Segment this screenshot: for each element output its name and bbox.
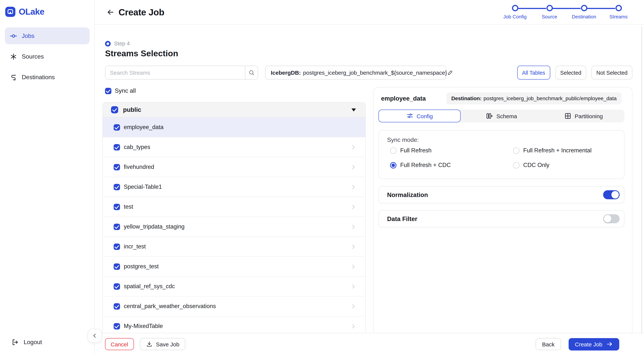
chevron-right-icon: [350, 144, 357, 150]
sync-mode-radio[interactable]: Full Refresh + Incremental: [513, 147, 616, 154]
stream-row[interactable]: My-MixedTable: [103, 316, 365, 333]
sources-icon: [10, 53, 17, 60]
save-job-button[interactable]: Save Job: [140, 338, 185, 350]
create-job-button[interactable]: Create Job: [568, 338, 619, 350]
back-arrow-button[interactable]: [106, 8, 115, 17]
filter-button[interactable]: All Tables: [517, 66, 550, 80]
stream-checkbox[interactable]: [114, 204, 120, 210]
group-name: public: [123, 106, 141, 113]
stream-checkbox[interactable]: [114, 303, 120, 309]
sidebar-item-destinations[interactable]: Destinations: [5, 69, 90, 86]
stream-row[interactable]: fivehundred: [103, 157, 365, 177]
sidebar-item-jobs[interactable]: Jobs: [5, 28, 90, 44]
olake-logo-icon: [5, 7, 16, 17]
radio-icon: [390, 147, 396, 154]
cancel-button[interactable]: Cancel: [105, 338, 134, 350]
sync-mode-label: Sync mode:: [387, 137, 419, 143]
logout-icon: [11, 338, 19, 346]
chevron-down-icon[interactable]: [352, 108, 356, 111]
radio-icon: [513, 162, 520, 168]
jobs-icon: [10, 32, 17, 40]
wizard-stepper: Job Config Source Destination Streams: [498, 5, 636, 20]
stream-row[interactable]: incr_test: [103, 237, 365, 257]
stream-row[interactable]: spatial_ref_sys_cdc: [103, 277, 365, 296]
sidebar-collapse-button[interactable]: [88, 329, 102, 343]
filter-button[interactable]: Selected: [555, 66, 586, 80]
chevron-right-icon: [350, 303, 357, 309]
stream-checkbox[interactable]: [114, 283, 120, 289]
stream-checkbox[interactable]: [114, 223, 120, 230]
stream-row[interactable]: central_park_weather_observations: [103, 296, 365, 316]
sync-mode-radio[interactable]: CDC Only: [513, 162, 616, 169]
step-circle-icon: [512, 5, 518, 11]
tab[interactable]: Config: [378, 110, 460, 122]
chevron-right-icon: [350, 243, 357, 250]
sidebar-item-sources[interactable]: Sources: [5, 48, 90, 65]
stream-checkbox[interactable]: [114, 164, 120, 170]
stepper-step[interactable]: Source: [532, 5, 567, 20]
footer-bar: Cancel Save Job Back Create Job: [94, 333, 644, 355]
back-button[interactable]: Back: [536, 338, 561, 350]
sync-mode-options: Full Refresh Full Refresh + Incremental …: [390, 147, 616, 169]
stream-checkbox[interactable]: [114, 124, 120, 130]
download-icon: [146, 341, 152, 347]
grid-icon: [564, 112, 572, 120]
toggle-card: Normalization: [378, 186, 624, 203]
chevron-right-icon: [350, 164, 357, 170]
schema-group-row[interactable]: public: [103, 103, 365, 118]
stream-row[interactable]: yellow_tripdata_staging: [103, 217, 365, 237]
stream-list: public employee_data cab_types: [102, 102, 366, 333]
search-button[interactable]: [245, 66, 258, 79]
detail-tabs: Config Schema: [378, 110, 624, 122]
brand-name: OLake: [19, 7, 44, 17]
stream-checkbox[interactable]: [114, 243, 120, 250]
stream-checkbox[interactable]: [114, 323, 120, 329]
destination-badge-prefix: Destination:: [451, 95, 482, 101]
group-checkbox[interactable]: [111, 106, 118, 113]
chip-prefix: IcebergDB:: [271, 70, 301, 76]
chevron-right-icon: [350, 204, 357, 210]
chevron-right-icon: [350, 283, 357, 289]
toggle-switch[interactable]: [603, 190, 620, 199]
sync-all-checkbox[interactable]: [105, 88, 112, 94]
step-circle-icon: [615, 5, 622, 11]
edit-destination-button[interactable]: [447, 70, 453, 76]
destination-badge-value: postgres_iceberg_job_benchmark_public/em…: [484, 95, 616, 101]
step-indicator: Step 4: [105, 41, 130, 47]
table-filter-group: All Tables Selected Not Selected: [517, 66, 632, 80]
chevron-left-icon: [92, 332, 98, 339]
search-group: [105, 66, 258, 80]
sync-mode-radio[interactable]: Full Refresh: [390, 147, 513, 154]
stream-detail-panel: employee_data Destination: postgres_iceb…: [373, 87, 632, 350]
search-input[interactable]: [106, 66, 245, 79]
sync-all: Sync all: [105, 88, 136, 94]
columns-plus-icon: [486, 112, 494, 120]
stepper-step[interactable]: Job Config: [498, 5, 532, 20]
chevron-right-icon: [350, 263, 357, 270]
feature-toggles: Normalization Data Filter: [378, 186, 624, 227]
controls-row: IcebergDB: postgres_iceberg_job_benchmar…: [94, 66, 644, 80]
tab[interactable]: Schema: [460, 110, 542, 122]
sync-all-label: Sync all: [115, 88, 136, 94]
stepper-step[interactable]: Streams: [601, 5, 636, 20]
toggle-card: Data Filter: [378, 210, 624, 227]
stream-checkbox[interactable]: [114, 184, 120, 190]
filter-button[interactable]: Not Selected: [592, 66, 632, 80]
stream-row[interactable]: Special-Table1: [103, 177, 365, 197]
logout-label: Logout: [24, 339, 42, 346]
sidebar: OLake Jobs: [0, 0, 94, 355]
stepper-step[interactable]: Destination: [567, 5, 601, 20]
brand: OLake: [5, 7, 44, 17]
stream-row[interactable]: employee_data: [103, 118, 365, 137]
logout-button[interactable]: Logout: [5, 335, 90, 350]
stream-checkbox[interactable]: [114, 144, 120, 150]
stream-checkbox[interactable]: [114, 263, 120, 270]
sync-mode-radio[interactable]: Full Refresh + CDC: [390, 162, 513, 169]
toggle-switch[interactable]: [603, 214, 620, 223]
stream-row[interactable]: cab_types: [103, 137, 365, 157]
selected-stream-name: employee_data: [381, 95, 426, 102]
tab[interactable]: Partitioning: [542, 110, 624, 122]
destination-db-chip[interactable]: IcebergDB: postgres_iceberg_job_benchmar…: [265, 66, 446, 80]
stream-row[interactable]: test: [103, 197, 365, 217]
stream-row[interactable]: postgres_test: [103, 257, 365, 277]
